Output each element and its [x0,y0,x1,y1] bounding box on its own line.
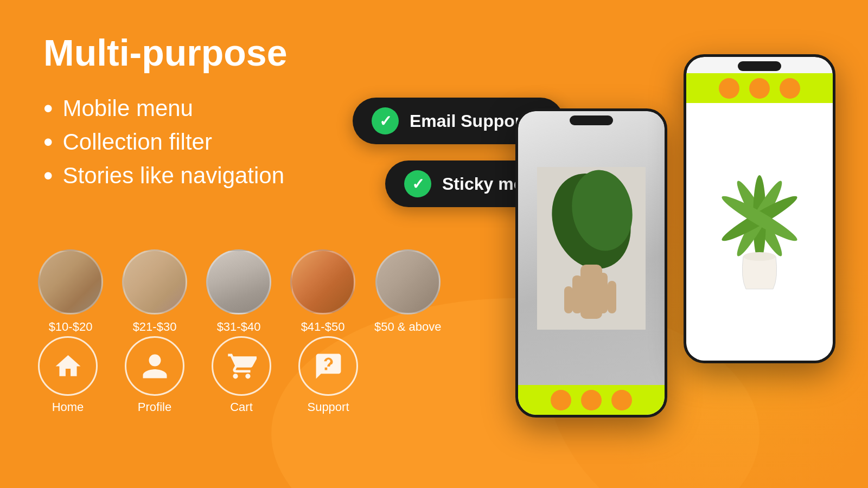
phone-right [684,54,835,363]
hand-plant-svg [537,167,646,330]
price-label-3: $31-$40 [217,320,261,334]
price-label-1: $10-$20 [49,320,93,334]
phone-left-bottom-bar [518,385,665,415]
price-label-2: $21-$30 [133,320,177,334]
home-icon [53,351,83,381]
left-panel: Multi-purpose Mobile menu Collection fil… [43,33,380,196]
dot-3 [611,390,632,410]
price-avatar-1 [38,249,103,314]
phone-right-image [686,103,833,361]
price-label-5: $50 & above [374,320,442,334]
nav-circle-profile [125,336,184,396]
svg-rect-6 [608,281,616,313]
price-filters: $10-$20 $21-$30 $31-$40 $41-$50 $50 & ab… [38,249,442,334]
nav-label-support: Support [307,400,349,414]
price-avatar-4 [290,249,355,314]
email-support-label: Email Support [410,111,527,131]
feature-item-stories-navigation: Stories like navigation [43,162,380,189]
svg-rect-7 [564,286,573,313]
feature-item-mobile-menu: Mobile menu [43,95,380,122]
feature-text: Mobile menu [63,95,193,121]
feature-item-collection-filter: Collection filter [43,129,380,156]
nav-label-profile: Profile [138,400,171,414]
check-icon-sticky: ✓ [412,175,424,193]
phone-left-content [518,111,665,415]
phone-left-notch [570,115,613,125]
dot-r-3 [780,78,800,99]
phone-right-top-bar [686,73,833,103]
price-avatar-2 [122,249,187,314]
svg-rect-4 [572,275,582,313]
dot-1 [551,390,571,410]
feature-text: Stories like navigation [63,163,285,189]
price-item-4[interactable]: $41-$50 [290,249,355,334]
nav-circle-cart [212,336,271,396]
feature-list: Mobile menu Collection filter Stories li… [43,95,380,189]
phone-left-screen [518,111,665,415]
nav-label-home: Home [52,400,84,414]
dot-r-1 [719,78,739,99]
feature-text: Collection filter [63,129,212,155]
cart-icon [227,351,257,381]
phone-right-notch [738,61,781,71]
svg-point-14 [743,252,776,261]
check-circle-sticky: ✓ [404,170,431,197]
price-avatar-5 [375,249,441,314]
price-item-3[interactable]: $31-$40 [206,249,271,334]
support-icon [314,351,343,381]
dot-r-2 [749,78,770,99]
nav-item-support[interactable]: Support [298,336,358,414]
nav-item-home[interactable]: Home [38,336,98,414]
nav-label-cart: Cart [230,400,253,414]
phone-left-image [518,111,665,385]
price-item-5[interactable]: $50 & above [374,249,442,334]
aloe-plant-svg [705,137,814,327]
dot-2 [581,390,602,410]
profile-icon [140,351,170,381]
bottom-nav: Home Profile Cart Support [38,336,358,414]
price-avatar-3 [206,249,271,314]
page-title: Multi-purpose [43,33,380,73]
nav-item-cart[interactable]: Cart [212,336,271,414]
phone-right-screen [686,57,833,361]
price-item-2[interactable]: $21-$30 [122,249,187,334]
phone-right-content [686,57,833,361]
hand-plant-background [518,111,665,385]
price-label-4: $41-$50 [301,320,345,334]
phone-left [515,108,667,418]
nav-item-profile[interactable]: Profile [125,336,184,414]
price-item-1[interactable]: $10-$20 [38,249,103,334]
check-icon-email: ✓ [379,112,392,130]
nav-circle-support [298,336,358,396]
phone-right-container [684,54,835,363]
phone-left-container [515,108,667,418]
nav-circle-home [38,336,98,396]
check-circle-email: ✓ [372,107,399,134]
svg-rect-5 [598,273,608,313]
